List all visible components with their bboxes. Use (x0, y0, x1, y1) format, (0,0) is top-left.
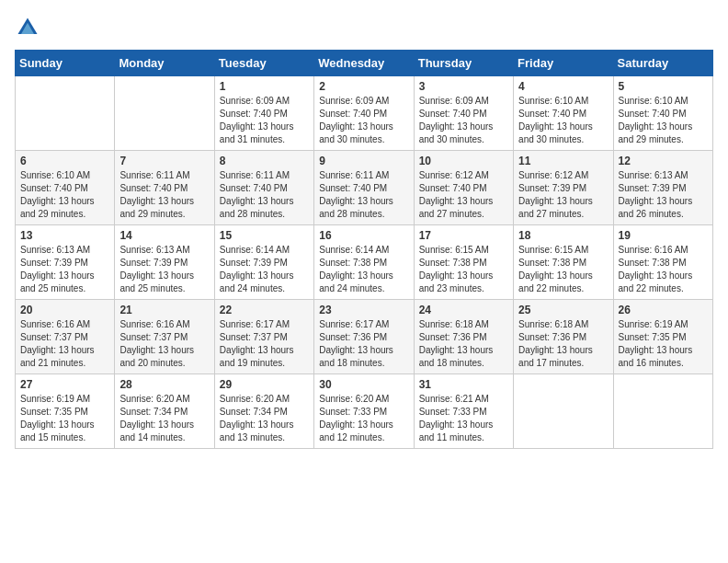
day-number: 27 (20, 378, 109, 391)
day-number: 6 (20, 155, 109, 167)
calendar-header-monday: Monday (115, 51, 214, 76)
day-number: 15 (220, 229, 309, 242)
day-number: 26 (619, 304, 708, 316)
logo (15, 15, 44, 40)
calendar-header-row: SundayMondayTuesdayWednesdayThursdayFrid… (16, 51, 713, 76)
day-info: Sunrise: 6:18 AM Sunset: 7:36 PM Dayligh… (419, 318, 508, 370)
day-info: Sunrise: 6:09 AM Sunset: 7:40 PM Dayligh… (319, 95, 408, 146)
day-info: Sunrise: 6:11 AM Sunset: 7:40 PM Dayligh… (119, 169, 209, 221)
calendar-cell: 14Sunrise: 6:13 AM Sunset: 7:39 PM Dayli… (115, 225, 214, 300)
calendar-cell: 22Sunrise: 6:17 AM Sunset: 7:37 PM Dayli… (214, 300, 313, 374)
calendar-header-sunday: Sunday (16, 51, 115, 76)
calendar-header-saturday: Saturday (613, 51, 712, 76)
day-info: Sunrise: 6:09 AM Sunset: 7:40 PM Dayligh… (220, 95, 309, 146)
logo-icon (15, 15, 40, 40)
day-number: 14 (119, 229, 209, 242)
day-info: Sunrise: 6:09 AM Sunset: 7:40 PM Dayligh… (419, 95, 508, 146)
day-number: 7 (119, 155, 209, 167)
day-number: 24 (419, 304, 508, 316)
calendar-cell: 21Sunrise: 6:16 AM Sunset: 7:37 PM Dayli… (115, 300, 214, 374)
calendar-cell: 5Sunrise: 6:10 AM Sunset: 7:40 PM Daylig… (613, 76, 712, 151)
day-number: 21 (119, 304, 209, 316)
day-info: Sunrise: 6:17 AM Sunset: 7:36 PM Dayligh… (319, 318, 408, 370)
day-info: Sunrise: 6:13 AM Sunset: 7:39 PM Dayligh… (119, 244, 209, 295)
calendar-cell: 24Sunrise: 6:18 AM Sunset: 7:36 PM Dayli… (414, 300, 513, 374)
calendar-cell: 20Sunrise: 6:16 AM Sunset: 7:37 PM Dayli… (16, 300, 115, 374)
calendar-cell: 18Sunrise: 6:15 AM Sunset: 7:38 PM Dayli… (514, 225, 613, 300)
calendar-header-thursday: Thursday (414, 51, 513, 76)
calendar-header-wednesday: Wednesday (314, 51, 414, 76)
calendar-cell: 23Sunrise: 6:17 AM Sunset: 7:36 PM Dayli… (314, 300, 414, 374)
calendar-cell: 9Sunrise: 6:11 AM Sunset: 7:40 PM Daylig… (314, 151, 414, 225)
day-number: 13 (20, 229, 109, 242)
day-info: Sunrise: 6:14 AM Sunset: 7:38 PM Dayligh… (319, 244, 408, 295)
calendar-cell: 3Sunrise: 6:09 AM Sunset: 7:40 PM Daylig… (414, 76, 513, 151)
calendar-cell: 4Sunrise: 6:10 AM Sunset: 7:40 PM Daylig… (514, 76, 613, 151)
day-info: Sunrise: 6:10 AM Sunset: 7:40 PM Dayligh… (518, 95, 608, 146)
day-number: 5 (619, 80, 708, 93)
day-info: Sunrise: 6:13 AM Sunset: 7:39 PM Dayligh… (619, 169, 708, 221)
calendar-cell: 6Sunrise: 6:10 AM Sunset: 7:40 PM Daylig… (16, 151, 115, 225)
day-number: 16 (319, 229, 408, 242)
day-number: 20 (20, 304, 109, 316)
page-header (15, 15, 713, 40)
day-number: 1 (220, 80, 309, 93)
day-number: 10 (419, 155, 508, 167)
calendar-cell: 15Sunrise: 6:14 AM Sunset: 7:39 PM Dayli… (214, 225, 313, 300)
day-number: 25 (518, 304, 608, 316)
calendar-cell: 27Sunrise: 6:19 AM Sunset: 7:35 PM Dayli… (16, 374, 115, 449)
day-info: Sunrise: 6:16 AM Sunset: 7:38 PM Dayligh… (619, 244, 708, 295)
calendar-table: SundayMondayTuesdayWednesdayThursdayFrid… (15, 50, 713, 449)
calendar-cell: 10Sunrise: 6:12 AM Sunset: 7:40 PM Dayli… (414, 151, 513, 225)
calendar-cell: 8Sunrise: 6:11 AM Sunset: 7:40 PM Daylig… (214, 151, 313, 225)
day-info: Sunrise: 6:14 AM Sunset: 7:39 PM Dayligh… (220, 244, 309, 295)
day-info: Sunrise: 6:12 AM Sunset: 7:39 PM Dayligh… (518, 169, 608, 221)
calendar-cell (613, 374, 712, 449)
calendar-week-row: 27Sunrise: 6:19 AM Sunset: 7:35 PM Dayli… (16, 374, 713, 449)
day-number: 19 (619, 229, 708, 242)
day-info: Sunrise: 6:17 AM Sunset: 7:37 PM Dayligh… (220, 318, 309, 370)
day-number: 8 (220, 155, 309, 167)
calendar-week-row: 1Sunrise: 6:09 AM Sunset: 7:40 PM Daylig… (16, 76, 713, 151)
calendar-header-tuesday: Tuesday (214, 51, 313, 76)
day-number: 30 (319, 378, 408, 391)
day-number: 2 (319, 80, 408, 93)
day-number: 22 (220, 304, 309, 316)
day-number: 3 (419, 80, 508, 93)
calendar-cell: 16Sunrise: 6:14 AM Sunset: 7:38 PM Dayli… (314, 225, 414, 300)
calendar-header-friday: Friday (514, 51, 613, 76)
day-info: Sunrise: 6:10 AM Sunset: 7:40 PM Dayligh… (619, 95, 708, 146)
day-info: Sunrise: 6:18 AM Sunset: 7:36 PM Dayligh… (518, 318, 608, 370)
day-info: Sunrise: 6:11 AM Sunset: 7:40 PM Dayligh… (220, 169, 309, 221)
day-info: Sunrise: 6:16 AM Sunset: 7:37 PM Dayligh… (119, 318, 209, 370)
calendar-cell: 26Sunrise: 6:19 AM Sunset: 7:35 PM Dayli… (613, 300, 712, 374)
day-info: Sunrise: 6:19 AM Sunset: 7:35 PM Dayligh… (619, 318, 708, 370)
calendar-cell: 28Sunrise: 6:20 AM Sunset: 7:34 PM Dayli… (115, 374, 214, 449)
day-number: 9 (319, 155, 408, 167)
day-info: Sunrise: 6:19 AM Sunset: 7:35 PM Dayligh… (20, 393, 109, 444)
calendar-cell: 1Sunrise: 6:09 AM Sunset: 7:40 PM Daylig… (214, 76, 313, 151)
day-info: Sunrise: 6:20 AM Sunset: 7:33 PM Dayligh… (319, 393, 408, 444)
day-number: 23 (319, 304, 408, 316)
calendar-cell: 12Sunrise: 6:13 AM Sunset: 7:39 PM Dayli… (613, 151, 712, 225)
calendar-cell: 7Sunrise: 6:11 AM Sunset: 7:40 PM Daylig… (115, 151, 214, 225)
day-number: 28 (119, 378, 209, 391)
day-number: 12 (619, 155, 708, 167)
day-number: 29 (220, 378, 309, 391)
day-info: Sunrise: 6:21 AM Sunset: 7:33 PM Dayligh… (419, 393, 508, 444)
day-info: Sunrise: 6:12 AM Sunset: 7:40 PM Dayligh… (419, 169, 508, 221)
calendar-cell: 17Sunrise: 6:15 AM Sunset: 7:38 PM Dayli… (414, 225, 513, 300)
day-info: Sunrise: 6:16 AM Sunset: 7:37 PM Dayligh… (20, 318, 109, 370)
day-number: 17 (419, 229, 508, 242)
day-info: Sunrise: 6:11 AM Sunset: 7:40 PM Dayligh… (319, 169, 408, 221)
calendar-cell: 25Sunrise: 6:18 AM Sunset: 7:36 PM Dayli… (514, 300, 613, 374)
calendar-cell (115, 76, 214, 151)
calendar-cell: 31Sunrise: 6:21 AM Sunset: 7:33 PM Dayli… (414, 374, 513, 449)
day-number: 4 (518, 80, 608, 93)
day-info: Sunrise: 6:20 AM Sunset: 7:34 PM Dayligh… (119, 393, 209, 444)
calendar-week-row: 6Sunrise: 6:10 AM Sunset: 7:40 PM Daylig… (16, 151, 713, 225)
calendar-cell: 13Sunrise: 6:13 AM Sunset: 7:39 PM Dayli… (16, 225, 115, 300)
calendar-cell: 30Sunrise: 6:20 AM Sunset: 7:33 PM Dayli… (314, 374, 414, 449)
calendar-cell (514, 374, 613, 449)
calendar-cell (16, 76, 115, 151)
